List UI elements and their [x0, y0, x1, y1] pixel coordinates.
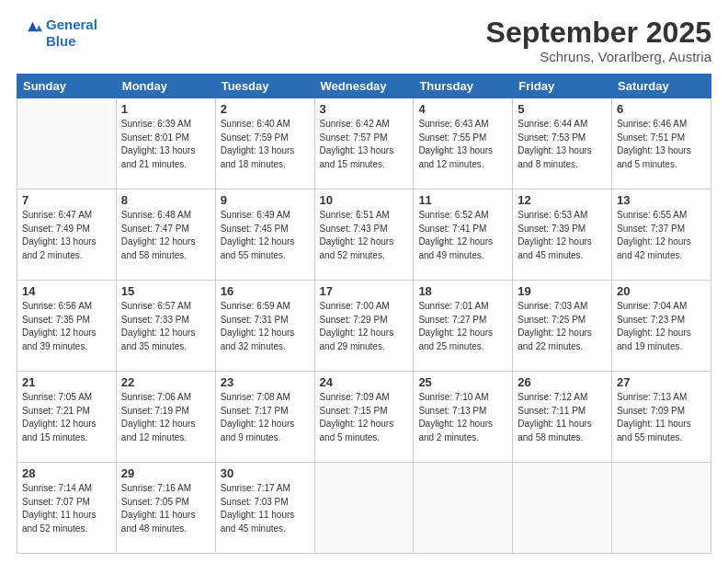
- cell-sun-info: Sunrise: 6:42 AMSunset: 7:57 PMDaylight:…: [320, 118, 409, 171]
- sub-title: Schruns, Vorarlberg, Austria: [486, 49, 711, 64]
- calendar-cell: 10Sunrise: 6:51 AMSunset: 7:43 PMDayligh…: [314, 190, 414, 281]
- calendar-cell: 7Sunrise: 6:47 AMSunset: 7:49 PMDaylight…: [17, 190, 117, 281]
- calendar-week-row: 28Sunrise: 7:14 AMSunset: 7:07 PMDayligh…: [17, 463, 711, 554]
- day-number: 11: [418, 193, 507, 207]
- cell-sun-info: Sunrise: 6:57 AMSunset: 7:33 PMDaylight:…: [121, 300, 210, 353]
- cell-sun-info: Sunrise: 7:12 AMSunset: 7:11 PMDaylight:…: [518, 391, 607, 444]
- calendar-cell: [17, 98, 117, 190]
- day-number: 17: [320, 284, 409, 298]
- cell-sun-info: Sunrise: 7:09 AMSunset: 7:15 PMDaylight:…: [320, 391, 409, 444]
- page: General Blue September 2025 Schruns, Vor…: [0, 0, 728, 563]
- cell-sun-info: Sunrise: 6:40 AMSunset: 7:59 PMDaylight:…: [221, 118, 310, 171]
- day-number: 8: [121, 193, 210, 207]
- calendar-cell: 25Sunrise: 7:10 AMSunset: 7:13 PMDayligh…: [414, 372, 513, 463]
- calendar-cell: [314, 463, 414, 554]
- cell-sun-info: Sunrise: 6:39 AMSunset: 8:01 PMDaylight:…: [121, 118, 210, 171]
- calendar-cell: 8Sunrise: 6:48 AMSunset: 7:47 PMDaylight…: [116, 190, 215, 281]
- day-number: 1: [121, 102, 210, 116]
- calendar-cell: 29Sunrise: 7:16 AMSunset: 7:05 PMDayligh…: [116, 463, 215, 554]
- weekday-header-thursday: Thursday: [414, 75, 513, 98]
- cell-sun-info: Sunrise: 7:06 AMSunset: 7:19 PMDaylight:…: [121, 391, 210, 444]
- weekday-header-monday: Monday: [116, 75, 215, 98]
- day-number: 26: [518, 375, 607, 389]
- title-block: September 2025 Schruns, Vorarlberg, Aust…: [486, 17, 711, 64]
- day-number: 20: [617, 284, 706, 298]
- calendar-cell: [414, 463, 513, 554]
- day-number: 7: [22, 193, 111, 207]
- day-number: 3: [320, 102, 409, 116]
- calendar-cell: 11Sunrise: 6:52 AMSunset: 7:41 PMDayligh…: [414, 190, 513, 281]
- day-number: 4: [418, 102, 507, 116]
- calendar-cell: 22Sunrise: 7:06 AMSunset: 7:19 PMDayligh…: [116, 372, 215, 463]
- svg-marker-2: [28, 22, 38, 32]
- cell-sun-info: Sunrise: 7:04 AMSunset: 7:23 PMDaylight:…: [617, 300, 706, 353]
- cell-sun-info: Sunrise: 7:10 AMSunset: 7:13 PMDaylight:…: [418, 391, 507, 444]
- weekday-header-wednesday: Wednesday: [314, 75, 414, 98]
- calendar-cell: 24Sunrise: 7:09 AMSunset: 7:15 PMDayligh…: [314, 372, 414, 463]
- cell-sun-info: Sunrise: 6:56 AMSunset: 7:35 PMDaylight:…: [22, 300, 111, 353]
- calendar-cell: 27Sunrise: 7:13 AMSunset: 7:09 PMDayligh…: [612, 372, 711, 463]
- calendar-cell: 14Sunrise: 6:56 AMSunset: 7:35 PMDayligh…: [17, 281, 117, 372]
- day-number: 21: [22, 375, 111, 389]
- main-title: September 2025: [486, 17, 711, 49]
- calendar-cell: 2Sunrise: 6:40 AMSunset: 7:59 PMDaylight…: [215, 98, 314, 190]
- cell-sun-info: Sunrise: 7:14 AMSunset: 7:07 PMDaylight:…: [22, 482, 111, 535]
- logo: General Blue: [17, 17, 97, 50]
- cell-sun-info: Sunrise: 6:46 AMSunset: 7:51 PMDaylight:…: [617, 118, 706, 171]
- calendar-cell: 1Sunrise: 6:39 AMSunset: 8:01 PMDaylight…: [116, 98, 215, 190]
- cell-sun-info: Sunrise: 7:00 AMSunset: 7:29 PMDaylight:…: [320, 300, 409, 353]
- day-number: 12: [518, 193, 607, 207]
- calendar-cell: 13Sunrise: 6:55 AMSunset: 7:37 PMDayligh…: [612, 190, 711, 281]
- calendar-table: SundayMondayTuesdayWednesdayThursdayFrid…: [17, 74, 711, 554]
- calendar-week-row: 21Sunrise: 7:05 AMSunset: 7:21 PMDayligh…: [17, 372, 711, 463]
- cell-sun-info: Sunrise: 6:55 AMSunset: 7:37 PMDaylight:…: [617, 209, 706, 262]
- cell-sun-info: Sunrise: 6:49 AMSunset: 7:45 PMDaylight:…: [221, 209, 310, 262]
- day-number: 27: [617, 375, 706, 389]
- weekday-header-sunday: Sunday: [17, 75, 117, 98]
- calendar-week-row: 1Sunrise: 6:39 AMSunset: 8:01 PMDaylight…: [17, 98, 711, 190]
- calendar-cell: [612, 463, 711, 554]
- day-number: 16: [221, 284, 310, 298]
- day-number: 15: [121, 284, 210, 298]
- header: General Blue September 2025 Schruns, Vor…: [17, 17, 711, 64]
- cell-sun-info: Sunrise: 7:17 AMSunset: 7:03 PMDaylight:…: [221, 482, 310, 535]
- calendar-cell: 12Sunrise: 6:53 AMSunset: 7:39 PMDayligh…: [513, 190, 612, 281]
- day-number: 13: [617, 193, 706, 207]
- cell-sun-info: Sunrise: 6:51 AMSunset: 7:43 PMDaylight:…: [320, 209, 409, 262]
- calendar-cell: 23Sunrise: 7:08 AMSunset: 7:17 PMDayligh…: [215, 372, 314, 463]
- cell-sun-info: Sunrise: 6:53 AMSunset: 7:39 PMDaylight:…: [518, 209, 607, 262]
- weekday-header-friday: Friday: [513, 75, 612, 98]
- day-number: 29: [121, 466, 210, 480]
- calendar-cell: 15Sunrise: 6:57 AMSunset: 7:33 PMDayligh…: [116, 281, 215, 372]
- weekday-header-row: SundayMondayTuesdayWednesdayThursdayFrid…: [17, 75, 711, 98]
- weekday-header-tuesday: Tuesday: [215, 75, 314, 98]
- calendar-cell: 6Sunrise: 6:46 AMSunset: 7:51 PMDaylight…: [612, 98, 711, 190]
- calendar-cell: 9Sunrise: 6:49 AMSunset: 7:45 PMDaylight…: [215, 190, 314, 281]
- day-number: 24: [320, 375, 409, 389]
- calendar-cell: 5Sunrise: 6:44 AMSunset: 7:53 PMDaylight…: [513, 98, 612, 190]
- calendar-cell: 30Sunrise: 7:17 AMSunset: 7:03 PMDayligh…: [215, 463, 314, 554]
- day-number: 22: [121, 375, 210, 389]
- calendar-cell: 26Sunrise: 7:12 AMSunset: 7:11 PMDayligh…: [513, 372, 612, 463]
- cell-sun-info: Sunrise: 6:48 AMSunset: 7:47 PMDaylight:…: [121, 209, 210, 262]
- day-number: 10: [320, 193, 409, 207]
- calendar-cell: 19Sunrise: 7:03 AMSunset: 7:25 PMDayligh…: [513, 281, 612, 372]
- cell-sun-info: Sunrise: 7:03 AMSunset: 7:25 PMDaylight:…: [518, 300, 607, 353]
- weekday-header-saturday: Saturday: [612, 75, 711, 98]
- cell-sun-info: Sunrise: 7:13 AMSunset: 7:09 PMDaylight:…: [617, 391, 706, 444]
- day-number: 19: [518, 284, 607, 298]
- calendar-cell: [513, 463, 612, 554]
- cell-sun-info: Sunrise: 7:08 AMSunset: 7:17 PMDaylight:…: [221, 391, 310, 444]
- day-number: 2: [221, 102, 310, 116]
- logo-line2: Blue: [46, 33, 76, 49]
- cell-sun-info: Sunrise: 7:05 AMSunset: 7:21 PMDaylight:…: [22, 391, 111, 444]
- calendar-cell: 3Sunrise: 6:42 AMSunset: 7:57 PMDaylight…: [314, 98, 414, 190]
- calendar-cell: 17Sunrise: 7:00 AMSunset: 7:29 PMDayligh…: [314, 281, 414, 372]
- cell-sun-info: Sunrise: 7:16 AMSunset: 7:05 PMDaylight:…: [121, 482, 210, 535]
- day-number: 25: [418, 375, 507, 389]
- cell-sun-info: Sunrise: 7:01 AMSunset: 7:27 PMDaylight:…: [418, 300, 507, 353]
- cell-sun-info: Sunrise: 6:59 AMSunset: 7:31 PMDaylight:…: [221, 300, 310, 353]
- calendar-cell: 4Sunrise: 6:43 AMSunset: 7:55 PMDaylight…: [414, 98, 513, 190]
- cell-sun-info: Sunrise: 6:52 AMSunset: 7:41 PMDaylight:…: [418, 209, 507, 262]
- day-number: 28: [22, 466, 111, 480]
